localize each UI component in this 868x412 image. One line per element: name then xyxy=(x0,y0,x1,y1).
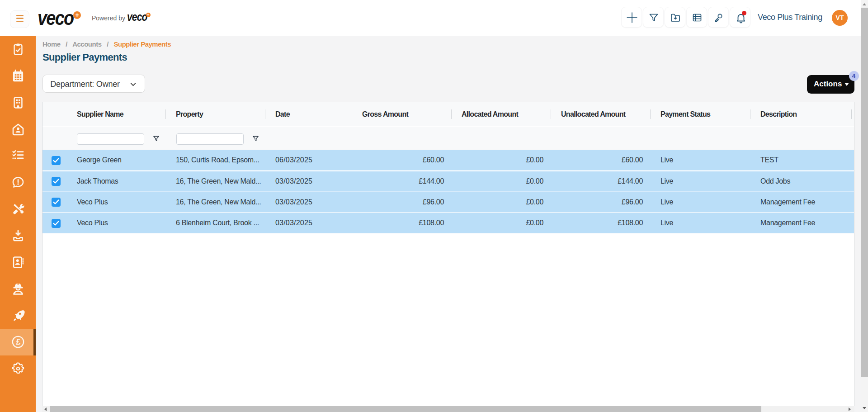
svg-text:£: £ xyxy=(16,337,20,346)
